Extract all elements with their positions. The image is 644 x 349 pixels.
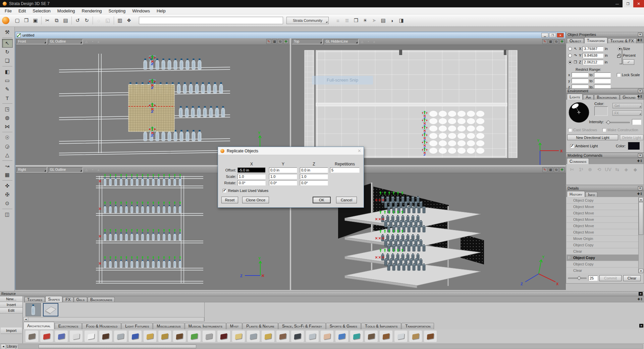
close-panel-icon[interactable]: ✕ xyxy=(638,89,642,93)
tab-history[interactable]: History xyxy=(567,191,585,197)
render-cube-icon[interactable]: ❒ xyxy=(352,16,361,25)
rectangle-tool[interactable]: ▭ xyxy=(2,76,13,85)
paste-icon[interactable]: ▤ xyxy=(61,16,70,25)
ambient-color-swatch[interactable] xyxy=(628,142,640,150)
add-tab-button[interactable]: ✚⇕ xyxy=(637,159,643,163)
shade-option-icon[interactable]: △ xyxy=(360,40,365,43)
arrange-icon[interactable]: ❖ xyxy=(124,16,133,25)
panel-layout-icon[interactable]: ▥ xyxy=(115,16,124,25)
category-tab-food-household[interactable]: Food & Household xyxy=(82,323,121,329)
doc-restore-button[interactable]: ❐ xyxy=(549,33,556,38)
tab-info[interactable]: Info xyxy=(585,192,597,197)
anvil-tool[interactable]: ⚒ xyxy=(2,28,13,37)
scroll-up-icon[interactable]: ▲ xyxy=(639,197,643,202)
shape-thumbnail[interactable] xyxy=(217,331,230,342)
shape-thumbnail[interactable] xyxy=(409,331,422,342)
cast-shadows-checkbox[interactable] xyxy=(568,128,572,132)
reset-button[interactable]: Reset xyxy=(221,197,238,203)
view-select-dropdown[interactable]: Right xyxy=(16,167,47,172)
tab-lights[interactable]: Lights xyxy=(567,94,583,100)
shape-thumbnail[interactable] xyxy=(291,331,304,342)
page-pan-tool[interactable]: ✠ xyxy=(2,190,13,199)
shape-thumbnail[interactable] xyxy=(25,331,38,342)
history-item[interactable]: Clear xyxy=(567,248,638,255)
shape-thumbnail[interactable] xyxy=(158,331,171,342)
history-item[interactable]: Object Copy xyxy=(567,255,638,261)
pencil-icon[interactable]: ✎ xyxy=(542,167,547,172)
rotate-x-field[interactable]: 0.0° xyxy=(237,180,266,186)
intensity-value-field[interactable] xyxy=(632,119,641,125)
polymesh-icon[interactable]: ◈ xyxy=(623,167,630,172)
history-item[interactable]: Object Move xyxy=(567,229,638,236)
marquee-select-icon[interactable]: ◌ xyxy=(94,16,103,25)
close-resource-icon[interactable]: ✕ xyxy=(639,292,643,296)
doc-minimize-button[interactable]: ▁ xyxy=(541,33,548,38)
dialog-titlebar[interactable]: Replicate Objects ✕ xyxy=(218,147,364,155)
bottle-shape-thumbnail[interactable] xyxy=(25,303,41,316)
redo-icon[interactable]: ↻ xyxy=(82,16,91,25)
toolbar-search-input[interactable] xyxy=(139,17,283,24)
ok-button[interactable]: OK xyxy=(313,197,331,203)
rotate-tool[interactable]: ↻ xyxy=(2,48,13,56)
pen-tool[interactable]: ✎ xyxy=(2,85,13,94)
category-tab-space-sci-fi-fantasy[interactable]: Space, Sci-Fi & Fantasy xyxy=(278,323,326,329)
gel-dropdown[interactable]: Gel xyxy=(612,103,642,108)
category-tab-plants-nature[interactable]: Plants & Nature xyxy=(243,323,278,329)
close-panel-icon[interactable]: ✕ xyxy=(638,186,642,190)
save-file-icon[interactable]: ▣ xyxy=(31,16,40,25)
sphere-option-icon[interactable]: ◔ xyxy=(366,40,371,43)
path-tool[interactable]: ↝ xyxy=(2,162,13,170)
resource-tab-gels[interactable]: Gels xyxy=(74,297,87,302)
menu-edit[interactable]: Edit xyxy=(15,7,29,14)
split-path-icon[interactable]: ✄ xyxy=(568,167,576,172)
scale-z-field[interactable]: 1.0 xyxy=(300,174,328,179)
renderer-select-dropdown[interactable]: GL Outline xyxy=(48,167,83,172)
shape-thumbnail[interactable] xyxy=(394,331,407,342)
boolean-tool[interactable]: ◍ xyxy=(2,113,13,122)
subdivide-icon[interactable]: ◆ xyxy=(632,167,639,172)
category-tab-light-fixtures[interactable]: Light Fixtures xyxy=(121,323,153,329)
extrude-tool[interactable]: ◳ xyxy=(2,105,13,113)
category-tab-musical-instruments[interactable]: Musical Instruments xyxy=(185,323,226,329)
view-select-dropdown[interactable]: Front xyxy=(16,39,47,44)
clone-once-button[interactable]: Clone Once xyxy=(242,197,269,203)
category-tab-architectural[interactable]: Architectural xyxy=(23,322,54,329)
history-item[interactable]: Move Origin xyxy=(567,236,638,242)
sphere-option-icon[interactable]: ◔ xyxy=(90,40,95,43)
history-item[interactable]: Object Move xyxy=(567,204,638,210)
maximize-button[interactable]: ❐ xyxy=(623,0,633,7)
pan-tool[interactable]: ✜ xyxy=(2,182,13,190)
flip-normals-icon[interactable]: ⇆ xyxy=(613,167,621,172)
tab-background[interactable]: Background xyxy=(594,95,620,100)
renderer-select-dropdown[interactable]: GL Outline xyxy=(48,39,83,44)
tab-transform[interactable]: Transform xyxy=(584,37,607,43)
pencil-icon[interactable]: ✎ xyxy=(266,39,271,44)
library-collapse-icon[interactable]: ◄ xyxy=(1,344,6,349)
menu-windows[interactable]: Windows xyxy=(129,7,153,14)
first-point-icon[interactable]: 1ˢ xyxy=(577,167,585,172)
uv-edit-icon[interactable]: UV xyxy=(604,167,612,172)
edit-resource-button[interactable]: Edit xyxy=(0,308,22,313)
layers-icon[interactable]: ⧉ xyxy=(554,39,559,44)
lock-icon[interactable] xyxy=(617,55,621,58)
menu-help[interactable]: Help xyxy=(153,7,169,14)
ambient-light-checkbox[interactable] xyxy=(570,144,574,148)
shape-thumbnail[interactable] xyxy=(173,331,186,342)
sphere-option-icon[interactable]: ◔ xyxy=(90,168,95,171)
zoom-tool[interactable]: ⊙ xyxy=(2,199,13,208)
shape-thumbnail[interactable] xyxy=(188,331,201,342)
shape-thumbnail[interactable] xyxy=(129,331,142,342)
z-position-field[interactable]: 2.06212 xyxy=(583,60,603,65)
rotate-y-field[interactable]: 0.0° xyxy=(269,180,297,186)
shape-thumbnail[interactable] xyxy=(55,331,68,342)
apply-transform-button[interactable]: ✔ xyxy=(623,59,634,65)
library-scrollbar[interactable] xyxy=(18,344,643,349)
add-tab-button[interactable]: ✚⇕ xyxy=(637,95,643,98)
grid-icon[interactable]: ▦ xyxy=(548,39,553,44)
close-panel-icon[interactable]: ✕ xyxy=(638,153,642,157)
copy-icon[interactable]: ⧉ xyxy=(52,16,61,25)
view-camera-tool[interactable]: ◫ xyxy=(2,210,13,219)
dialog-close-icon[interactable]: ✕ xyxy=(358,148,361,153)
category-tab-tools-implements[interactable]: Tools & Implements xyxy=(361,323,401,329)
text-tool[interactable]: T xyxy=(2,94,13,102)
